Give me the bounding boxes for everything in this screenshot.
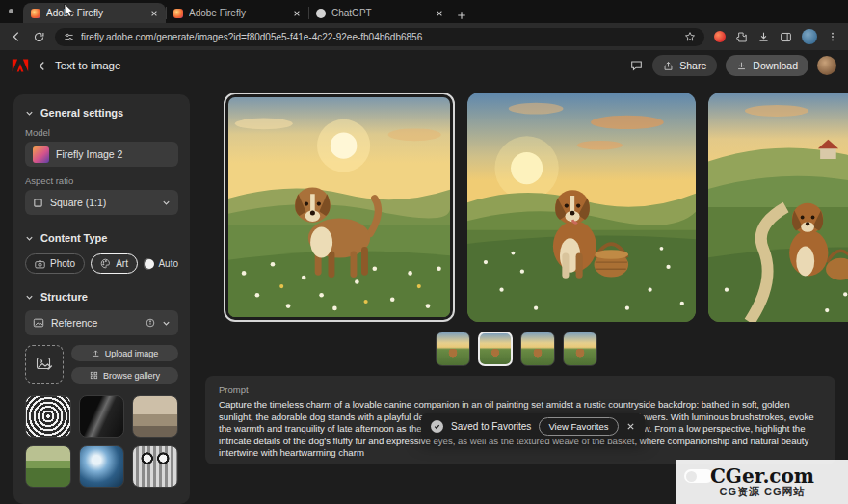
reference-thumbnail[interactable]: [132, 445, 178, 488]
chevron-down-icon: [25, 293, 34, 302]
browser-toolbar: firefly.adobe.com/generate/images?id=f80…: [0, 23, 848, 50]
screen: Adobe Firefly Adobe Firefly ChatGPT: [0, 0, 848, 504]
gallery-grid-icon: [90, 371, 98, 380]
reload-icon[interactable]: [33, 31, 45, 43]
tab-label: ChatGPT: [331, 8, 430, 18]
content-type-title: Content Type: [40, 232, 107, 244]
download-button[interactable]: Download: [726, 55, 808, 76]
watermark: CGer.com CG资源 CG网站: [676, 460, 848, 504]
reference-gallery: [25, 395, 178, 488]
reference-thumbnail[interactable]: [79, 445, 125, 488]
reference-select[interactable]: Reference: [25, 310, 178, 335]
variation-thumb-3[interactable]: [520, 332, 555, 366]
info-icon[interactable]: [146, 318, 155, 328]
prompt-label: Prompt: [219, 385, 822, 395]
watermark-line1: CGer.com: [710, 466, 814, 487]
toggle-knob: [145, 259, 154, 269]
firefly-favicon-icon: [173, 9, 183, 18]
reference-thumbnail[interactable]: [132, 395, 178, 438]
tab-label: Adobe Firefly: [46, 8, 145, 18]
chevron-down-icon: [162, 199, 171, 207]
general-settings-header[interactable]: General settings: [25, 107, 178, 119]
toolbar-actions: [714, 29, 838, 44]
settings-sidebar: General settings Model Firefly Image 2 A…: [13, 94, 190, 504]
model-label: Model: [25, 127, 178, 138]
square-ratio-icon: [33, 198, 43, 208]
art-label: Art: [116, 258, 128, 269]
reference-upload-row: Upload image Browse gallery: [25, 345, 178, 384]
reference-thumbnail[interactable]: [25, 395, 71, 438]
generated-image-1-selected[interactable]: [224, 93, 455, 322]
photo-pill[interactable]: Photo: [25, 253, 85, 274]
model-select[interactable]: Firefly Image 2: [25, 142, 178, 167]
upload-dropzone[interactable]: [25, 345, 64, 384]
image-edit-icon: [36, 356, 53, 373]
tab-close-icon[interactable]: [293, 10, 301, 17]
chatgpt-favicon-icon: [316, 9, 326, 18]
feedback-comment-icon[interactable]: [629, 59, 644, 72]
palette-icon: [100, 258, 111, 269]
chevron-down-icon: [162, 319, 171, 328]
browser-tab-strip: Adobe Firefly Adobe Firefly ChatGPT: [0, 0, 848, 23]
upload-buttons: Upload image Browse gallery: [71, 345, 178, 384]
content-type-header[interactable]: Content Type: [25, 232, 178, 244]
reference-thumbnail[interactable]: [79, 395, 125, 438]
view-favorites-button[interactable]: View Favorites: [539, 417, 618, 436]
browser-profile-avatar[interactable]: [802, 29, 817, 44]
upload-image-label: Upload image: [105, 349, 159, 358]
menu-dots-icon[interactable]: [827, 31, 838, 42]
aspect-ratio-select[interactable]: Square (1:1): [25, 190, 178, 215]
chevron-down-icon: [25, 234, 34, 243]
bookmark-star-icon[interactable]: [684, 31, 696, 42]
camera-icon: [35, 259, 45, 269]
browse-gallery-label: Browse gallery: [103, 371, 160, 381]
auto-label: Auto: [158, 258, 178, 269]
variation-thumb-4[interactable]: [563, 332, 597, 366]
tab-close-icon[interactable]: [436, 10, 443, 17]
browser-tab-chatgpt[interactable]: ChatGPT: [308, 3, 451, 23]
content-type-row: Photo Art Auto: [25, 253, 178, 274]
user-avatar[interactable]: [817, 56, 836, 75]
back-chevron-icon[interactable]: [38, 61, 46, 71]
header-actions: Share Download: [629, 55, 836, 76]
photo-label: Photo: [50, 258, 75, 269]
auto-toggle[interactable]: [144, 258, 153, 270]
new-tab-button-icon[interactable]: [457, 11, 466, 20]
window-button-icon: [9, 9, 13, 13]
variation-thumb-2-selected[interactable]: [478, 332, 513, 366]
browser-tab-firefly-1[interactable]: Adobe Firefly: [23, 3, 166, 23]
share-label: Share: [679, 60, 706, 71]
firefly-header: Text to image Share Download: [0, 50, 848, 81]
saved-toast: Saved to Favorites View Favorites: [421, 413, 645, 439]
variation-thumb-1[interactable]: [436, 332, 470, 366]
extensions-puzzle-icon[interactable]: [735, 31, 748, 43]
browse-gallery-button[interactable]: Browse gallery: [71, 367, 178, 384]
art-pill[interactable]: Art: [91, 253, 138, 274]
reference-image-icon: [33, 317, 44, 329]
generated-image-3[interactable]: [708, 93, 848, 322]
browser-tab-firefly-2[interactable]: Adobe Firefly: [166, 3, 308, 23]
adobe-logo-icon[interactable]: [12, 58, 29, 73]
url-text: firefly.adobe.com/generate/images?id=f80…: [81, 32, 677, 42]
upload-image-button[interactable]: Upload image: [71, 345, 178, 361]
toast-message: Saved to Favorites: [451, 421, 531, 432]
download-label: Download: [753, 60, 798, 71]
back-icon[interactable]: [10, 30, 23, 43]
upload-icon: [92, 349, 100, 358]
reference-thumbnail[interactable]: [25, 445, 71, 488]
share-button[interactable]: Share: [652, 55, 717, 76]
address-bar[interactable]: firefly.adobe.com/generate/images?id=f80…: [55, 28, 704, 46]
download-icon: [736, 61, 747, 71]
toast-close-icon[interactable]: [626, 422, 635, 431]
side-panel-icon[interactable]: [780, 31, 792, 43]
model-value: Firefly Image 2: [56, 148, 122, 160]
extension-badge-icon[interactable]: [714, 31, 726, 42]
downloads-icon[interactable]: [757, 31, 770, 43]
tab-close-icon[interactable]: [150, 10, 158, 17]
firefly-favicon-icon: [31, 9, 40, 18]
tune-icon[interactable]: [64, 32, 74, 42]
structure-header[interactable]: Structure: [25, 291, 178, 303]
chevron-down-icon: [25, 109, 34, 118]
generated-image-2[interactable]: [467, 93, 696, 322]
share-icon: [663, 61, 674, 71]
